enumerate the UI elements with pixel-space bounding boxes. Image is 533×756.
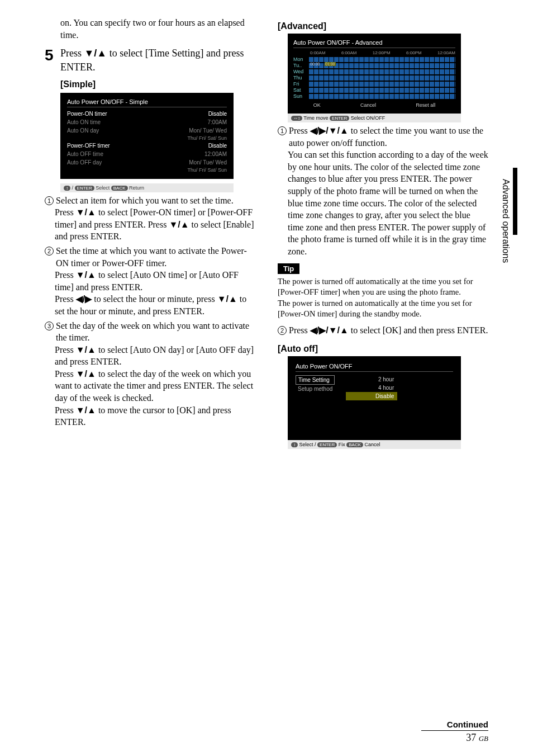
grid-row: Wed [293, 69, 455, 74]
text: to select [OK] and then press ENTER. [349, 325, 488, 335]
label: Auto OFF day [67, 159, 102, 166]
step-instruction: Press ▼/▲ to select [Time Setting] and p… [60, 46, 255, 74]
left-right-arrow-icon: ◀/▶ [76, 294, 92, 304]
page-number: 37 [466, 732, 476, 743]
time-bar [309, 75, 455, 81]
text: Press [55, 405, 76, 415]
down-up-arrow-icon: ▼/▲ [169, 220, 189, 229]
down-up-arrow-icon: ▼/▲ [84, 48, 107, 59]
tick: 12:00PM [373, 50, 391, 55]
tip-badge: Tip [278, 263, 299, 274]
substep-1-detail: Press ▼/▲ to select [Power-ON timer] or … [55, 206, 255, 243]
adv-substep-2: 2 Press ◀/▶/▼/▲ to select [OK] and then … [278, 324, 488, 337]
updown-icon: ↕ [64, 186, 70, 191]
circled-1-icon: 1 [278, 126, 287, 135]
simple-screenshot: Auto Power ON/OFF - Simple Power-ON time… [60, 93, 234, 179]
down-up-arrow-icon: ▼/▲ [76, 369, 96, 379]
circled-2-icon: 2 [45, 247, 54, 256]
autooff-heading: [Auto off] [278, 344, 488, 354]
all-arrows-icon: ◀/▶/▼/▲ [310, 325, 349, 335]
menu-time-setting: Time Setting [296, 375, 335, 385]
text: Set the day of the week on which you wan… [56, 321, 249, 343]
option-2hour: 2 hour [346, 375, 397, 384]
substep-2: 2 Set the time at which you want to acti… [45, 245, 255, 269]
ok-button: OK [313, 102, 321, 108]
side-tab-marker [513, 168, 517, 235]
text: Press [55, 369, 76, 379]
cancel-button: Cancel [360, 102, 376, 108]
time-bar [309, 69, 455, 74]
day-label: Tu.. [293, 63, 309, 68]
value: Mon/ Tue/ Wed [189, 159, 227, 166]
grid-row: Mon [293, 56, 455, 62]
slash: / [315, 442, 316, 447]
time-bar [309, 57, 455, 62]
down-up-arrow-icon: ▼/▲ [76, 345, 96, 355]
row-power-off-timer: Power-OFF timerDisable [67, 141, 227, 150]
option-disable: Disable [346, 392, 397, 400]
row-auto-off-time: Auto OFF time12:00AM [67, 150, 227, 158]
screenshot-title: Auto Power ON/OFF [296, 363, 453, 372]
text: Press [55, 270, 76, 280]
grid-row: Sun [293, 93, 455, 99]
back-pill: BACK [111, 186, 128, 191]
autooff-screenshot: Auto Power ON/OFF Time Setting Setup met… [288, 356, 461, 440]
substep-3: 3 Set the day of the week on which you w… [45, 320, 255, 344]
down-up-arrow-icon: ▼/▲ [76, 405, 96, 415]
enter-pill: ENTER [317, 442, 337, 447]
circled-2-icon: 2 [278, 326, 287, 335]
hint-bar: ↕ / ENTER Select BACK Return [60, 183, 234, 192]
slash: / [72, 185, 74, 191]
step-number: 5 [45, 46, 54, 64]
continued-label: Continued [447, 720, 488, 729]
text: Press [289, 325, 310, 335]
row-auto-on-time: Auto ON time7:00AM [67, 118, 227, 126]
label: Select ON/OFF [351, 115, 386, 121]
row-days: Thu/ Fri/ Sat/ Sun [67, 135, 227, 141]
text: Set the time at which you want to activa… [56, 246, 247, 268]
day-label: Mon [293, 56, 309, 62]
substep-3-detail-b: Press ▼/▲ to select the day of the week … [55, 368, 255, 404]
substep-3-detail-a: Press ▼/▲ to select [Auto ON day] or [Au… [55, 344, 255, 368]
down-up-arrow-icon: ▼/▲ [76, 207, 96, 217]
day-label: Wed [293, 69, 309, 74]
hint-bar: ↔↕ Time move ENTER Select ON/OFF [288, 114, 461, 122]
reset-button: Reset all [416, 102, 435, 108]
value: 7:00AM [208, 119, 227, 125]
label: Select [299, 442, 313, 447]
tick: 12:00AM [437, 50, 455, 55]
simple-heading: [Simple] [60, 79, 255, 89]
select-label: Select [96, 185, 110, 191]
label: Auto ON time [67, 119, 101, 125]
grid-row: Sat [293, 87, 455, 93]
tip-text: The power is turned off automatically at… [278, 276, 488, 320]
circled-1-icon: 1 [45, 196, 54, 205]
down-up-arrow-icon: ▼/▲ [76, 270, 96, 280]
advanced-heading: [Advanced] [278, 21, 488, 31]
hint-bar: ↕ Select / ENTER Fix BACK Cancel [288, 440, 461, 449]
time-bar [309, 94, 455, 99]
grid-row: Tu.. 00:00 01:00 [293, 63, 455, 68]
adv-substep-1-body: You can set this function according to a… [288, 149, 488, 257]
day-label: Sun [293, 93, 309, 99]
text: to select the hour or minute, press [92, 294, 217, 304]
text: Press [55, 207, 76, 217]
return-label: Return [129, 185, 144, 191]
side-tab-label: Advanced operations [501, 179, 511, 263]
button-row: OK Cancel Reset all [293, 102, 455, 108]
all-arrows-icon: ◀/▶/▼/▲ [310, 126, 349, 135]
substep-1: 1 Select an item for which you want to s… [45, 195, 255, 207]
back-pill: BACK [346, 442, 363, 447]
value: Mon/ Tue/ Wed [189, 127, 227, 134]
circled-3-icon: 3 [45, 322, 54, 330]
substep-3-detail-c: Press ▼/▲ to move the cursor to [OK] and… [55, 404, 255, 428]
text: Press [60, 48, 84, 59]
label: Auto OFF time [67, 151, 103, 157]
enter-pill: ENTER [75, 186, 94, 191]
value: 12:00AM [204, 151, 227, 157]
value: Disable [208, 143, 227, 149]
menu-setup-method: Setup method [296, 385, 335, 393]
advanced-screenshot: Auto Power ON/OFF - Advanced 0:00AM 6:00… [288, 34, 461, 114]
time-axis: 0:00AM 6:00AM 12:00PM 6:00PM 12:00AM [310, 50, 455, 55]
row-auto-off-day: Auto OFF dayMon/ Tue/ Wed [67, 158, 227, 167]
